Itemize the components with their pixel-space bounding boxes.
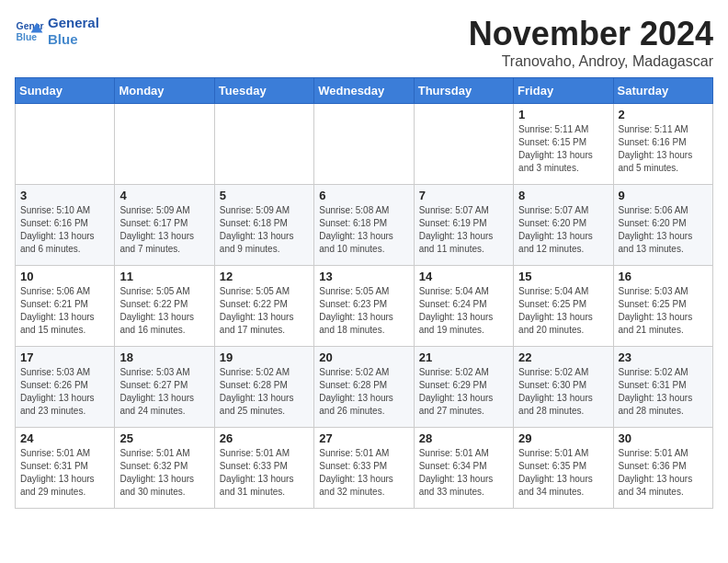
calendar-cell: 19Sunrise: 5:02 AM Sunset: 6:28 PM Dayli… bbox=[214, 347, 313, 428]
svg-text:Blue: Blue bbox=[17, 32, 38, 42]
day-info: Sunrise: 5:07 AM Sunset: 6:19 PM Dayligh… bbox=[419, 204, 508, 256]
day-info: Sunrise: 5:05 AM Sunset: 6:23 PM Dayligh… bbox=[319, 285, 408, 337]
day-number: 20 bbox=[319, 350, 408, 364]
weekday-header-row: SundayMondayTuesdayWednesdayThursdayFrid… bbox=[16, 78, 713, 104]
header: General Blue General Blue November 2024 … bbox=[15, 15, 713, 70]
weekday-thursday: Thursday bbox=[414, 78, 513, 104]
day-info: Sunrise: 5:01 AM Sunset: 6:34 PM Dayligh… bbox=[419, 447, 508, 499]
calendar-cell: 11Sunrise: 5:05 AM Sunset: 6:22 PM Dayli… bbox=[115, 266, 214, 347]
calendar-cell: 22Sunrise: 5:02 AM Sunset: 6:30 PM Dayli… bbox=[514, 347, 613, 428]
calendar-cell: 21Sunrise: 5:02 AM Sunset: 6:29 PM Dayli… bbox=[414, 347, 513, 428]
calendar-cell: 7Sunrise: 5:07 AM Sunset: 6:19 PM Daylig… bbox=[414, 185, 513, 266]
day-info: Sunrise: 5:06 AM Sunset: 6:21 PM Dayligh… bbox=[20, 285, 109, 337]
day-info: Sunrise: 5:03 AM Sunset: 6:25 PM Dayligh… bbox=[619, 285, 708, 337]
day-number: 18 bbox=[119, 350, 209, 364]
day-number: 21 bbox=[419, 350, 508, 364]
calendar-cell: 17Sunrise: 5:03 AM Sunset: 6:26 PM Dayli… bbox=[16, 347, 115, 428]
calendar-body: 1Sunrise: 5:11 AM Sunset: 6:15 PM Daylig… bbox=[16, 104, 713, 509]
day-info: Sunrise: 5:06 AM Sunset: 6:20 PM Dayligh… bbox=[619, 204, 708, 256]
day-info: Sunrise: 5:11 AM Sunset: 6:16 PM Dayligh… bbox=[619, 123, 708, 175]
day-info: Sunrise: 5:09 AM Sunset: 6:17 PM Dayligh… bbox=[119, 204, 209, 256]
day-info: Sunrise: 5:05 AM Sunset: 6:22 PM Dayligh… bbox=[119, 285, 209, 337]
day-number: 25 bbox=[119, 431, 209, 445]
day-number: 11 bbox=[119, 270, 209, 283]
calendar-cell: 3Sunrise: 5:10 AM Sunset: 6:16 PM Daylig… bbox=[16, 185, 115, 266]
weekday-monday: Monday bbox=[115, 78, 214, 104]
day-number: 9 bbox=[619, 189, 708, 202]
logo: General Blue General Blue bbox=[15, 15, 99, 48]
calendar-cell: 28Sunrise: 5:01 AM Sunset: 6:34 PM Dayli… bbox=[414, 428, 513, 509]
calendar-cell: 4Sunrise: 5:09 AM Sunset: 6:17 PM Daylig… bbox=[115, 185, 214, 266]
day-number: 27 bbox=[319, 431, 408, 445]
calendar-cell: 5Sunrise: 5:09 AM Sunset: 6:18 PM Daylig… bbox=[214, 185, 313, 266]
calendar-cell: 25Sunrise: 5:01 AM Sunset: 6:32 PM Dayli… bbox=[115, 428, 214, 509]
day-number: 17 bbox=[20, 350, 109, 364]
calendar-cell: 6Sunrise: 5:08 AM Sunset: 6:18 PM Daylig… bbox=[314, 185, 414, 266]
day-number: 28 bbox=[419, 431, 508, 445]
calendar-header: SundayMondayTuesdayWednesdayThursdayFrid… bbox=[16, 78, 713, 104]
calendar-cell bbox=[115, 104, 214, 185]
day-info: Sunrise: 5:01 AM Sunset: 6:36 PM Dayligh… bbox=[619, 447, 708, 499]
calendar-cell: 12Sunrise: 5:05 AM Sunset: 6:22 PM Dayli… bbox=[214, 266, 313, 347]
day-number: 8 bbox=[518, 189, 608, 202]
calendar-cell: 23Sunrise: 5:02 AM Sunset: 6:31 PM Dayli… bbox=[613, 347, 712, 428]
day-number: 30 bbox=[619, 431, 708, 445]
day-info: Sunrise: 5:02 AM Sunset: 6:28 PM Dayligh… bbox=[319, 366, 408, 418]
day-info: Sunrise: 5:04 AM Sunset: 6:24 PM Dayligh… bbox=[419, 285, 508, 337]
day-info: Sunrise: 5:01 AM Sunset: 6:33 PM Dayligh… bbox=[319, 447, 408, 499]
day-number: 6 bbox=[319, 189, 408, 202]
logo-general: General bbox=[48, 15, 99, 31]
calendar-cell: 24Sunrise: 5:01 AM Sunset: 6:31 PM Dayli… bbox=[16, 428, 115, 509]
day-number: 13 bbox=[319, 270, 408, 283]
day-info: Sunrise: 5:03 AM Sunset: 6:27 PM Dayligh… bbox=[119, 366, 209, 418]
day-number: 26 bbox=[220, 431, 309, 445]
calendar-table: SundayMondayTuesdayWednesdayThursdayFrid… bbox=[15, 77, 713, 509]
day-number: 14 bbox=[419, 270, 508, 283]
day-info: Sunrise: 5:04 AM Sunset: 6:25 PM Dayligh… bbox=[518, 285, 608, 337]
title-section: November 2024 Tranovaho, Androy, Madagas… bbox=[469, 15, 713, 70]
calendar-cell bbox=[314, 104, 414, 185]
day-number: 23 bbox=[619, 350, 708, 364]
day-info: Sunrise: 5:03 AM Sunset: 6:26 PM Dayligh… bbox=[20, 366, 109, 418]
day-info: Sunrise: 5:05 AM Sunset: 6:22 PM Dayligh… bbox=[220, 285, 309, 337]
day-info: Sunrise: 5:02 AM Sunset: 6:29 PM Dayligh… bbox=[419, 366, 508, 418]
calendar-cell bbox=[214, 104, 313, 185]
logo-icon: General Blue bbox=[15, 17, 44, 46]
logo-blue: Blue bbox=[48, 31, 99, 48]
calendar-week-4: 17Sunrise: 5:03 AM Sunset: 6:26 PM Dayli… bbox=[16, 347, 713, 428]
day-number: 24 bbox=[20, 431, 109, 445]
day-number: 2 bbox=[619, 108, 708, 121]
calendar-week-1: 1Sunrise: 5:11 AM Sunset: 6:15 PM Daylig… bbox=[16, 104, 713, 185]
calendar-cell: 2Sunrise: 5:11 AM Sunset: 6:16 PM Daylig… bbox=[613, 104, 712, 185]
weekday-tuesday: Tuesday bbox=[214, 78, 313, 104]
location-title: Tranovaho, Androy, Madagascar bbox=[469, 53, 713, 70]
day-info: Sunrise: 5:09 AM Sunset: 6:18 PM Dayligh… bbox=[220, 204, 309, 256]
day-number: 1 bbox=[518, 108, 608, 121]
calendar-cell: 29Sunrise: 5:01 AM Sunset: 6:35 PM Dayli… bbox=[514, 428, 613, 509]
day-number: 3 bbox=[20, 189, 109, 202]
day-number: 19 bbox=[220, 350, 309, 364]
day-number: 16 bbox=[619, 270, 708, 283]
calendar-cell: 30Sunrise: 5:01 AM Sunset: 6:36 PM Dayli… bbox=[613, 428, 712, 509]
calendar-week-3: 10Sunrise: 5:06 AM Sunset: 6:21 PM Dayli… bbox=[16, 266, 713, 347]
calendar-cell: 1Sunrise: 5:11 AM Sunset: 6:15 PM Daylig… bbox=[514, 104, 613, 185]
day-info: Sunrise: 5:02 AM Sunset: 6:30 PM Dayligh… bbox=[518, 366, 608, 418]
day-number: 4 bbox=[119, 189, 209, 202]
day-info: Sunrise: 5:01 AM Sunset: 6:35 PM Dayligh… bbox=[518, 447, 608, 499]
day-info: Sunrise: 5:08 AM Sunset: 6:18 PM Dayligh… bbox=[319, 204, 408, 256]
calendar-cell: 9Sunrise: 5:06 AM Sunset: 6:20 PM Daylig… bbox=[613, 185, 712, 266]
weekday-wednesday: Wednesday bbox=[314, 78, 414, 104]
calendar-week-2: 3Sunrise: 5:10 AM Sunset: 6:16 PM Daylig… bbox=[16, 185, 713, 266]
calendar-cell: 20Sunrise: 5:02 AM Sunset: 6:28 PM Dayli… bbox=[314, 347, 414, 428]
calendar-cell bbox=[16, 104, 115, 185]
calendar-cell: 26Sunrise: 5:01 AM Sunset: 6:33 PM Dayli… bbox=[214, 428, 313, 509]
calendar-cell: 15Sunrise: 5:04 AM Sunset: 6:25 PM Dayli… bbox=[514, 266, 613, 347]
calendar-cell: 13Sunrise: 5:05 AM Sunset: 6:23 PM Dayli… bbox=[314, 266, 414, 347]
calendar-cell: 27Sunrise: 5:01 AM Sunset: 6:33 PM Dayli… bbox=[314, 428, 414, 509]
calendar-cell: 18Sunrise: 5:03 AM Sunset: 6:27 PM Dayli… bbox=[115, 347, 214, 428]
calendar-cell: 16Sunrise: 5:03 AM Sunset: 6:25 PM Dayli… bbox=[613, 266, 712, 347]
day-number: 12 bbox=[220, 270, 309, 283]
day-info: Sunrise: 5:01 AM Sunset: 6:31 PM Dayligh… bbox=[20, 447, 109, 499]
calendar-cell bbox=[414, 104, 513, 185]
day-info: Sunrise: 5:01 AM Sunset: 6:33 PM Dayligh… bbox=[220, 447, 309, 499]
